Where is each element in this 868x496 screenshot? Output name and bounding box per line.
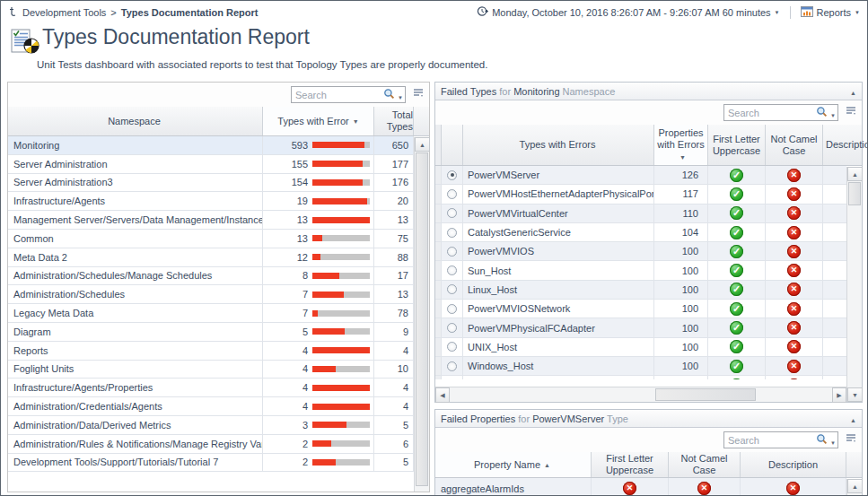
- table-row[interactable]: Legacy Meta Data778: [8, 304, 414, 323]
- table-row[interactable]: [435, 376, 846, 379]
- table-row[interactable]: Administration/Data/Derived Metrics35: [8, 416, 414, 435]
- clock-icon: [477, 5, 488, 19]
- scroll-down-button[interactable]: [847, 387, 863, 402]
- table-row[interactable]: Administration/Credentials/Agents44: [8, 397, 414, 416]
- divider: [790, 6, 791, 19]
- search-options-icon[interactable]: [828, 432, 836, 448]
- radio-button[interactable]: [447, 247, 457, 257]
- column-header-description[interactable]: Description: [741, 452, 846, 477]
- table-row[interactable]: PowerVMVIOSNetwork100: [435, 300, 846, 318]
- table-row[interactable]: Server Administration3154176: [8, 174, 414, 193]
- table-row[interactable]: Linux_Host100: [435, 281, 846, 300]
- scrollbar-thumb[interactable]: [848, 182, 861, 205]
- table-row[interactable]: Infrastructure/Agents/Properties44: [8, 379, 414, 397]
- table-row[interactable]: aggregateAlarmIds: [435, 478, 846, 496]
- search-input[interactable]: [728, 108, 816, 118]
- table-row[interactable]: CatalystGenericService104: [435, 223, 846, 242]
- column-header-not-camel-case[interactable]: Not Camel Case: [669, 452, 741, 477]
- radio-button[interactable]: [447, 228, 457, 238]
- table-row[interactable]: Server Administration155177: [8, 155, 414, 174]
- table-row[interactable]: Foglight Units410: [8, 361, 414, 379]
- table-row[interactable]: PowerVMPhysicalFCAdapter100: [435, 318, 846, 337]
- table-row[interactable]: PowerVMVirtualCenter110: [435, 204, 846, 223]
- reports-menu-button[interactable]: Reports: [801, 6, 860, 19]
- search-options-icon[interactable]: [828, 105, 836, 121]
- type-name-cell: PowerVMVIOS: [463, 242, 654, 260]
- table-row[interactable]: Management Server/Servers/Data Managemen…: [8, 211, 414, 230]
- table-row[interactable]: UNIX_Host100: [435, 338, 846, 357]
- scroll-up-button[interactable]: [847, 167, 863, 181]
- chevron-down-icon[interactable]: [775, 7, 780, 18]
- failed-types-horizontal-scrollbar[interactable]: [435, 387, 846, 402]
- table-row[interactable]: Administration/Schedules/Manage Schedule…: [8, 267, 414, 286]
- table-row[interactable]: Sun_Host100: [435, 261, 846, 280]
- column-header-not-camel-case[interactable]: Not Camel Case: [766, 125, 823, 165]
- radio-button[interactable]: [447, 208, 457, 218]
- radio-button[interactable]: [447, 170, 457, 180]
- search-icon[interactable]: [383, 87, 395, 103]
- column-header-types-with-error[interactable]: Types with Error: [263, 107, 374, 135]
- description-cell: [823, 204, 846, 222]
- total-cell: 13: [374, 285, 414, 303]
- table-customizer-icon[interactable]: [845, 105, 857, 121]
- radio-button[interactable]: [447, 304, 457, 314]
- search-input[interactable]: [295, 90, 383, 100]
- search-options-icon[interactable]: [395, 87, 403, 103]
- radio-button[interactable]: [447, 361, 457, 371]
- search-input[interactable]: [728, 435, 816, 446]
- namespace-cell: Administration/Schedules/Manage Schedule…: [8, 267, 263, 285]
- column-header-properties-with-errors[interactable]: Properties with Errors: [654, 125, 708, 165]
- radio-button[interactable]: [447, 189, 457, 199]
- error-ratio-fill: [312, 328, 345, 335]
- failed-properties-vertical-scrollbar[interactable]: [846, 479, 862, 496]
- table-customizer-icon[interactable]: [845, 432, 857, 448]
- app-window: Development Tools > Types Documentation …: [0, 0, 868, 496]
- breadcrumb-item-development-tools[interactable]: Development Tools: [22, 7, 106, 18]
- table-row[interactable]: Windows_Host100: [435, 357, 846, 376]
- error-ratio-bar: [312, 385, 370, 391]
- table-row[interactable]: Meta Data 21288: [8, 248, 414, 267]
- column-header-types-with-errors[interactable]: Types with Errors: [463, 125, 654, 165]
- collapse-icon[interactable]: [850, 413, 856, 424]
- table-row[interactable]: Administration/Schedules713: [8, 285, 414, 304]
- table-row[interactable]: PowerVMVIOS100: [435, 242, 846, 261]
- table-row[interactable]: Infrastructure/Agents1920: [8, 192, 414, 211]
- radio-button[interactable]: [447, 284, 457, 294]
- table-row[interactable]: Diagram59: [8, 323, 414, 342]
- table-customizer-icon[interactable]: [412, 87, 425, 103]
- namespace-vertical-scrollbar[interactable]: [414, 137, 429, 492]
- column-header-description[interactable]: Description: [823, 125, 846, 165]
- column-header-property-name[interactable]: Property Name: [435, 452, 592, 477]
- radio-button[interactable]: [447, 342, 457, 352]
- collapse-icon[interactable]: [850, 86, 856, 97]
- chevron-down-icon[interactable]: [855, 7, 860, 18]
- column-header-first-letter-uppercase[interactable]: First Letter Uppercase: [708, 125, 766, 165]
- properties-with-errors-cell: 126: [654, 166, 708, 184]
- column-header-namespace[interactable]: Namespace: [8, 107, 263, 135]
- fail-icon: [787, 264, 801, 277]
- radio-button[interactable]: [447, 265, 457, 275]
- scroll-up-button[interactable]: [415, 137, 430, 152]
- table-row[interactable]: Development Tools/Support/Tutorials/Tuto…: [8, 454, 414, 472]
- scrollbar-thumb[interactable]: [416, 152, 428, 486]
- error-ratio-bar: [312, 310, 370, 317]
- time-range-selector[interactable]: Monday, October 10, 2016 8:26:07 AM - 9:…: [477, 5, 779, 19]
- first-letter-uppercase-cell: [708, 318, 766, 336]
- table-row[interactable]: Reports44: [8, 342, 414, 361]
- failed-types-vertical-scrollbar[interactable]: [846, 167, 862, 402]
- table-row[interactable]: PowerVMHostEthernetAdapterPhysicalPort11…: [435, 185, 846, 204]
- scroll-left-button[interactable]: [435, 387, 450, 403]
- table-row[interactable]: PowerVMServer126: [435, 166, 846, 185]
- column-header-total-types[interactable]: Total Types: [374, 107, 414, 135]
- table-row[interactable]: Administration/Rules & Notifications/Man…: [8, 435, 414, 454]
- scroll-right-button[interactable]: [832, 387, 846, 403]
- table-row[interactable]: Common1375: [8, 230, 414, 248]
- radio-button[interactable]: [447, 323, 457, 333]
- scrollbar-thumb[interactable]: [655, 388, 756, 401]
- failed-types-table-body: PowerVMServer126PowerVMHostEthernetAdapt…: [435, 166, 846, 379]
- search-icon[interactable]: [816, 432, 828, 448]
- search-icon[interactable]: [816, 105, 828, 121]
- column-header-first-letter-uppercase[interactable]: First Letter Uppercase: [592, 452, 669, 477]
- table-row[interactable]: Monitoring593650: [8, 136, 414, 155]
- scroll-up-button[interactable]: [847, 479, 863, 493]
